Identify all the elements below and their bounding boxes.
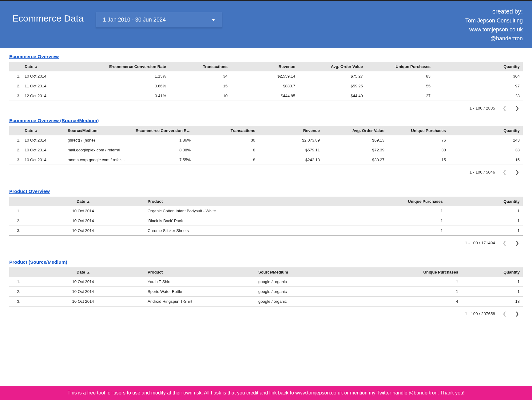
- table-product-overview: Date Product Unique Purchases Quantity 1…: [9, 197, 523, 236]
- col-unique[interactable]: Unique Purchases: [387, 126, 449, 135]
- table-row: 2. 10 Oct 2014 Sports Water Bottle googl…: [9, 287, 523, 297]
- col-date[interactable]: Date: [22, 267, 145, 277]
- table-row: 3. 10 Oct 2014 Android Ringspun T-Shirt …: [9, 297, 523, 306]
- page-title: Ecommerce Data: [12, 13, 84, 24]
- pager: 1 - 100 / 5046 ❮ ❯: [9, 165, 523, 176]
- pager-next-icon[interactable]: ❯: [514, 239, 520, 247]
- section-product-overview: Product Overview Date Product Unique Pur…: [9, 189, 523, 247]
- pager-range: 1 - 100 / 171494: [465, 241, 495, 245]
- table-row: 2. 10 Oct 2014 mall.googleplex.com / ref…: [9, 145, 523, 155]
- content-area: Ecommerce Overview Date E-commerce Conve…: [0, 48, 532, 386]
- pager-prev-icon[interactable]: ❮: [501, 310, 508, 318]
- pager: 1 - 100 / 207658 ❮ ❯: [9, 306, 523, 318]
- col-aov[interactable]: Avg. Order Value: [323, 126, 387, 135]
- col-qty[interactable]: Quantity: [449, 126, 523, 135]
- col-unique[interactable]: Unique Purchases: [363, 267, 461, 277]
- col-transactions[interactable]: Transactions: [169, 62, 231, 71]
- sort-asc-icon: [87, 201, 89, 203]
- pager-prev-icon[interactable]: ❮: [501, 168, 508, 176]
- col-source-medium[interactable]: Source/Medium: [255, 267, 363, 277]
- col-index: [9, 62, 22, 71]
- section-title-link[interactable]: Product Overview: [9, 189, 50, 194]
- pager-prev-icon[interactable]: ❮: [501, 239, 508, 247]
- table-header-row: Date Source/Medium E-commerce Conversion…: [9, 126, 523, 135]
- table-row: 1. 10 Oct 2014 (direct) / (none) 1.86% 3…: [9, 135, 523, 145]
- date-range-value: 1 Jan 2010 - 30 Jun 2024: [103, 17, 166, 23]
- table-row: 2. 11 Oct 2014 0.66% 15 $888.7 $59.25 55…: [9, 81, 523, 91]
- col-date[interactable]: Date: [22, 62, 71, 71]
- col-date[interactable]: Date: [22, 197, 145, 206]
- section-ecommerce-overview-sm: Ecommerce Overview (Source/Medium) Date …: [9, 118, 523, 176]
- sort-asc-icon: [35, 130, 38, 132]
- col-index: [9, 197, 22, 206]
- header-bar: Ecommerce Data 1 Jan 2010 - 30 Jun 2024 …: [0, 1, 532, 48]
- table-row: 1. 10 Oct 2014 1.13% 34 $2,559.14 $75.27…: [9, 71, 523, 81]
- col-index: [9, 267, 22, 277]
- pager: 1 - 100 / 171494 ❮ ❯: [9, 236, 523, 247]
- col-product[interactable]: Product: [145, 267, 255, 277]
- col-aov[interactable]: Avg. Order Value: [298, 62, 366, 71]
- pager: 1 - 100 / 2835 ❮ ❯: [9, 101, 523, 112]
- section-ecommerce-overview: Ecommerce Overview Date E-commerce Conve…: [9, 54, 523, 112]
- pager-range: 1 - 100 / 2835: [470, 106, 495, 110]
- sort-asc-icon: [35, 66, 38, 68]
- table-ecommerce-overview-sm: Date Source/Medium E-commerce Conversion…: [9, 126, 523, 165]
- section-title-link[interactable]: Product (Source/Medium): [9, 259, 67, 265]
- col-source-medium[interactable]: Source/Medium: [65, 126, 132, 135]
- section-title-link[interactable]: Ecommerce Overview: [9, 54, 59, 59]
- caret-down-icon: [212, 19, 215, 21]
- col-revenue[interactable]: Revenue: [231, 62, 298, 71]
- table-row: 1. 10 Oct 2014 Youth T-Shirt google / or…: [9, 277, 523, 287]
- table-header-row: Date Product Source/Medium Unique Purcha…: [9, 267, 523, 277]
- table-row: 3. 10 Oct 2014 moma.corp.google.com / re…: [9, 155, 523, 165]
- pager-range: 1 - 100 / 5046: [470, 170, 495, 174]
- section-title-link[interactable]: Ecommerce Overview (Source/Medium): [9, 118, 99, 123]
- col-unique[interactable]: Unique Purchases: [354, 197, 446, 206]
- col-unique[interactable]: Unique Purchases: [366, 62, 434, 71]
- table-product-sm: Date Product Source/Medium Unique Purcha…: [9, 267, 523, 306]
- table-row: 1. 10 Oct 2014 Organic Cotton Infant Bod…: [9, 206, 523, 216]
- col-qty[interactable]: Quantity: [434, 62, 523, 71]
- pager-range: 1 - 100 / 207658: [465, 311, 495, 316]
- sort-asc-icon: [87, 272, 89, 274]
- table-header-row: Date E-commerce Conversion Rate Transact…: [9, 62, 523, 71]
- col-conversion[interactable]: E-commerce Conversion R…: [132, 126, 194, 135]
- twitter-handle[interactable]: @bandertron: [465, 34, 523, 43]
- table-row: 3. 12 Oct 2014 0.41% 10 $444.85 $44.49 2…: [9, 91, 523, 101]
- col-product[interactable]: Product: [145, 197, 354, 206]
- table-row: 2. 10 Oct 2014 'Black is Back' Pack 1 1: [9, 216, 523, 226]
- col-transactions[interactable]: Transactions: [194, 126, 258, 135]
- col-revenue[interactable]: Revenue: [258, 126, 323, 135]
- company-name: Tom Jepson Consulting: [465, 16, 523, 25]
- footer-bar: This is a free tool for users to use and…: [0, 386, 532, 400]
- pager-prev-icon[interactable]: ❮: [501, 104, 508, 112]
- pager-next-icon[interactable]: ❯: [514, 104, 520, 112]
- col-index: [9, 126, 22, 135]
- col-conversion[interactable]: E-commerce Conversion Rate: [71, 62, 169, 71]
- col-qty[interactable]: Quantity: [461, 267, 523, 277]
- header-credits: created by: Tom Jepson Consulting www.to…: [465, 6, 523, 43]
- site-link[interactable]: www.tomjepson.co.uk: [465, 25, 523, 34]
- pager-next-icon[interactable]: ❯: [514, 168, 520, 176]
- date-range-picker[interactable]: 1 Jan 2010 - 30 Jun 2024: [96, 12, 222, 28]
- col-qty[interactable]: Quantity: [446, 197, 523, 206]
- pager-next-icon[interactable]: ❯: [514, 310, 520, 318]
- table-header-row: Date Product Unique Purchases Quantity: [9, 197, 523, 206]
- table-ecommerce-overview: Date E-commerce Conversion Rate Transact…: [9, 62, 523, 101]
- table-row: 3. 10 Oct 2014 Chrome Sticker Sheets 1 1: [9, 226, 523, 236]
- footer-text: This is a free tool for users to use and…: [68, 390, 465, 395]
- col-date[interactable]: Date: [22, 126, 65, 135]
- created-by-label: created by:: [465, 6, 523, 16]
- section-product-sm: Product (Source/Medium) Date Product Sou…: [9, 259, 523, 318]
